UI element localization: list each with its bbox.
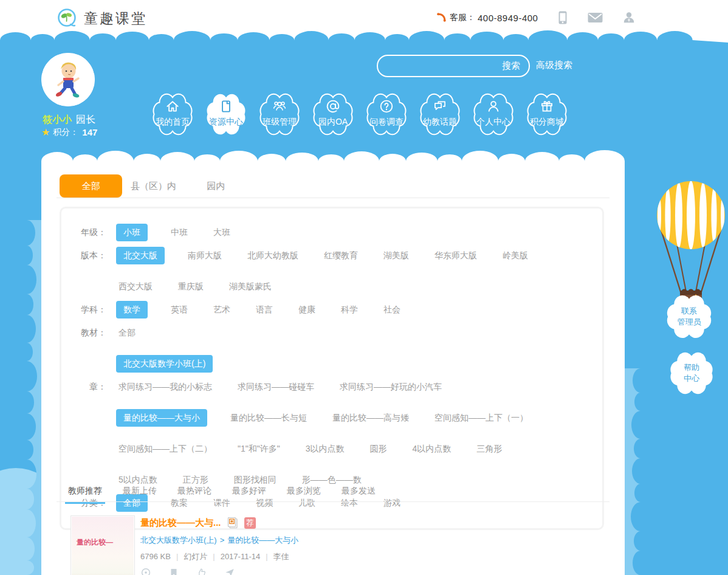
filter-option[interactable]: 湖美版蒙氏 [227, 278, 274, 295]
sort-tab[interactable]: 最热评论 [177, 486, 211, 497]
filter-option[interactable]: 空间感知——上下（二） [116, 440, 215, 458]
nav-item-label: 积分商城 [523, 117, 571, 128]
user-icon[interactable] [622, 11, 636, 24]
search-input[interactable] [378, 61, 502, 71]
filter-option[interactable]: 大班 [211, 224, 233, 241]
filter-option-selected[interactable]: 全部 [116, 494, 148, 512]
filter-option[interactable]: 绘本 [338, 494, 360, 512]
gift-icon [539, 98, 555, 114]
result-meta: 6796 KB|幻灯片|2017-11-14|李佳 [140, 551, 298, 562]
nav-item-personal[interactable]: 个人中心 [469, 92, 518, 137]
sort-tabs: 教师推荐最新上传最热评论最多好评最多浏览最多发送 [68, 486, 376, 497]
filter-option[interactable]: 科学 [338, 301, 360, 318]
nav-item-home[interactable]: 我的首页 [148, 92, 197, 137]
breadcrumb-current-link[interactable]: 量的比较——大与小 [227, 535, 298, 545]
service-label: 客服： [450, 12, 475, 23]
filter-option-selected[interactable]: 小班 [116, 224, 148, 241]
search-button[interactable]: 搜索 [502, 60, 529, 72]
filter-option[interactable]: 视频 [253, 494, 275, 512]
cloud-border-top [0, 28, 728, 43]
filter-option[interactable]: 教案 [168, 494, 190, 512]
filter-option[interactable]: 北师大幼教版 [245, 247, 301, 264]
filter-option-selected[interactable]: 北交大版 [116, 247, 165, 264]
filter-option[interactable]: 华东师大版 [432, 247, 479, 264]
collect-icon[interactable] [168, 567, 179, 575]
nav-item-label: 园内OA [309, 117, 357, 128]
nav-item-points-mall[interactable]: 积分商城 [523, 92, 571, 137]
filter-option-selected[interactable]: 量的比较——大与小 [116, 409, 207, 427]
filter-option[interactable]: 儿歌 [296, 494, 318, 512]
filter-option[interactable]: 量的比较——高与矮 [330, 409, 411, 427]
filter-option[interactable]: 南师大版 [185, 247, 224, 264]
filter-option[interactable]: 4以内点数 [410, 440, 453, 458]
filter-option[interactable]: 岭美版 [500, 247, 531, 264]
preview-icon[interactable] [140, 567, 151, 575]
filter-option[interactable]: 3以内点数 [303, 440, 347, 458]
filter-option[interactable]: 游戏 [381, 494, 403, 512]
contact-admin-widget[interactable]: 联系管理员 [661, 293, 717, 340]
filter-option[interactable]: 英语 [168, 301, 190, 318]
points-label: 积分： [53, 127, 78, 138]
mobile-icon[interactable] [557, 10, 568, 25]
tab-county[interactable]: 县（区）内 [122, 174, 185, 198]
filter-option[interactable]: 艺术 [211, 301, 233, 318]
filter-option[interactable]: 健康 [296, 301, 318, 318]
result-thumbnail[interactable]: 量的比较— [70, 515, 135, 575]
filter-option[interactable]: 全部 [116, 324, 138, 342]
service-phone: 400-8949-400 [478, 13, 538, 23]
filter-option[interactable]: 社会 [381, 301, 403, 318]
result-item: 量的比较— 量的比较——大与... 荐 [70, 515, 298, 575]
upload-date: 2017-11-14 [221, 552, 261, 561]
avatar[interactable] [41, 53, 95, 106]
phone-icon [435, 12, 447, 24]
mail-icon[interactable] [588, 12, 603, 23]
nav-item-label: 问卷调查 [362, 117, 411, 128]
filter-options: 数学英语艺术语言健康科学社会 [116, 301, 591, 318]
tab-all[interactable]: 全部 [60, 174, 122, 198]
question-icon [379, 98, 394, 114]
filter-option[interactable]: "1"和"许多" [235, 440, 283, 458]
filter-option-selected[interactable]: 数学 [116, 301, 148, 318]
sort-tab[interactable]: 教师推荐 [68, 486, 102, 497]
filter-options: 全部北交大版数学小班(上) [116, 324, 591, 373]
filter-option[interactable]: 湖美版 [381, 247, 411, 264]
result-title-link[interactable]: 量的比较——大与... [140, 517, 221, 529]
brand-logo[interactable]: 童趣课堂 [56, 7, 147, 29]
filter-option[interactable]: 圆形 [367, 440, 389, 458]
sort-tab[interactable]: 最多浏览 [287, 486, 321, 497]
send-icon[interactable] [224, 567, 235, 575]
filter-option[interactable]: 空间感知——上下（一） [432, 409, 531, 427]
filter-option[interactable]: 求同练习——好玩的小汽车 [337, 378, 444, 396]
nav-item-topics[interactable]: 幼教话题 [416, 92, 464, 137]
filter-option[interactable]: 重庆版 [176, 278, 206, 295]
filter-option[interactable]: 三角形 [474, 440, 504, 458]
nav-item-resources[interactable]: 资源中心 [202, 92, 250, 137]
users-icon [272, 98, 287, 114]
breadcrumb-parent-link[interactable]: 北交大版数学小班(上) [140, 535, 217, 545]
filter-option[interactable]: 课件 [211, 494, 233, 512]
filter-option[interactable]: 量的比较——长与短 [228, 409, 309, 427]
filter-option[interactable]: 中班 [168, 224, 190, 241]
filter-option-selected[interactable]: 北交大版数学小班(上) [116, 355, 213, 373]
help-center-widget[interactable]: 帮助中心 [665, 350, 718, 396]
nav-item-classes[interactable]: 班级管理 [255, 92, 304, 137]
sort-tab[interactable]: 最多发送 [342, 486, 376, 497]
filter-option[interactable]: 求同练习——我的小标志 [116, 378, 215, 396]
sort-tab[interactable]: 最多好评 [232, 486, 266, 497]
like-icon[interactable] [196, 567, 207, 575]
filter-option[interactable]: 语言 [253, 301, 275, 318]
filter-row: 年级：小班中班大班 [66, 224, 591, 241]
nav-item-survey[interactable]: 问卷调查 [362, 92, 411, 137]
sort-tab[interactable]: 最新上传 [123, 486, 157, 497]
filter-option[interactable]: 红缨教育 [321, 247, 360, 264]
ppt-file-icon [227, 517, 239, 529]
nav-item-label: 个人中心 [469, 117, 518, 128]
contact-admin-label: 联系管理员 [661, 293, 717, 340]
filter-option[interactable]: 求同练习——碰碰车 [235, 378, 317, 396]
advanced-search-link[interactable]: 高级搜索 [536, 60, 572, 71]
user-name[interactable]: 筱小小 [43, 114, 72, 125]
nav-item-oa[interactable]: 园内OA [309, 92, 357, 137]
tab-garden[interactable]: 园内 [185, 174, 247, 198]
main-nav: 我的首页资源中心班级管理园内OA问卷调查幼教话题个人中心积分商城 [148, 92, 571, 137]
filter-option[interactable]: 西交大版 [116, 278, 155, 295]
